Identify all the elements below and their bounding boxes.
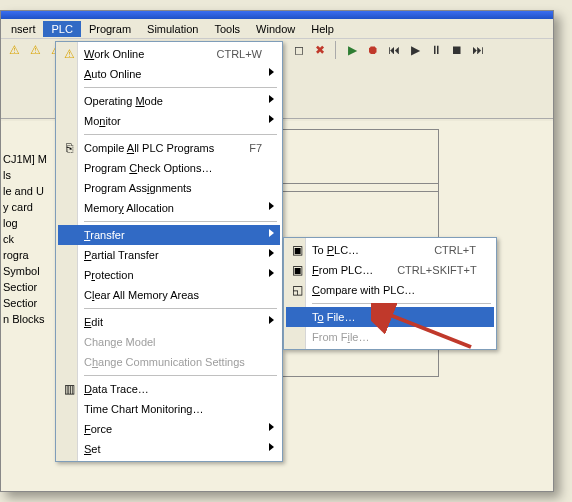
tree-fragment[interactable]: rogra: [3, 247, 47, 263]
menu-work-online-icon: ⚠: [61, 46, 77, 62]
sub-compare-plc[interactable]: ◱Compare with PLC…: [286, 280, 494, 300]
menu-force-label: Force: [84, 423, 262, 435]
menu-protection[interactable]: Protection: [58, 265, 280, 285]
submenu-arrow-icon: [269, 68, 274, 76]
menu-work-online-shortcut: CTRL+W: [216, 48, 262, 60]
sub-from-file: From File…: [286, 327, 494, 347]
menu-program-assignments[interactable]: Program Assignments: [58, 178, 280, 198]
sub-from-plc[interactable]: ▣From PLC…CTRL+SKIFT+T: [286, 260, 494, 280]
menu-work-online-label: Work Online: [84, 48, 192, 60]
sub-compare-plc-label: Compare with PLC…: [312, 284, 476, 296]
submenu-arrow-icon: [269, 95, 274, 103]
menu-compile-all-shortcut: F7: [249, 142, 262, 154]
menu-compile-all-icon: ⎘: [61, 140, 77, 156]
menu-program-check[interactable]: Program Check Options…: [58, 158, 280, 178]
sub-to-plc-shortcut: CTRL+T: [434, 244, 476, 256]
menu-data-trace[interactable]: ▥Data Trace…: [58, 379, 280, 399]
menu-partial-transfer-label: Partial Transfer: [84, 249, 262, 261]
submenu-arrow-icon: [269, 423, 274, 431]
sub-from-file-label: From File…: [312, 331, 476, 343]
pause-icon[interactable]: ⏸: [427, 41, 445, 59]
menu-separator: [84, 134, 277, 135]
menu-separator: [84, 221, 277, 222]
next-icon[interactable]: ⏭: [469, 41, 487, 59]
menu-separator: [84, 375, 277, 376]
menubar-item-nsert[interactable]: nsert: [3, 21, 43, 37]
sub-compare-plc-icon: ◱: [289, 282, 305, 298]
delete-icon[interactable]: ✖: [311, 41, 329, 59]
menu-edit-label: Edit: [84, 316, 262, 328]
stop-icon[interactable]: ⏹: [448, 41, 466, 59]
square-icon[interactable]: ◻: [290, 41, 308, 59]
tree-fragment[interactable]: Sectior: [3, 279, 47, 295]
menu-monitor-label: Monitor: [84, 115, 262, 127]
tree-fragment[interactable]: Sectior: [3, 295, 47, 311]
menu-monitor[interactable]: Monitor: [58, 111, 280, 131]
menu-change-model-label: Change Model: [84, 336, 262, 348]
sub-to-plc-label: To PLC…: [312, 244, 410, 256]
sub-to-plc-icon: ▣: [289, 242, 305, 258]
menubar-item-program[interactable]: Program: [81, 21, 139, 37]
menu-protection-label: Protection: [84, 269, 262, 281]
tree-fragment[interactable]: log: [3, 215, 47, 231]
menu-auto-online-label: Auto Online: [84, 68, 262, 80]
record-icon[interactable]: ⏺: [364, 41, 382, 59]
menu-clear-memory-label: Clear All Memory Areas: [84, 289, 262, 301]
menu-change-model: Change Model: [58, 332, 280, 352]
app-window: nsertPLCProgramSimulationToolsWindowHelp…: [0, 10, 554, 492]
play-icon[interactable]: ▶: [406, 41, 424, 59]
menu-edit[interactable]: Edit: [58, 312, 280, 332]
menu-separator: [84, 87, 277, 88]
menubar-item-simulation[interactable]: Simulation: [139, 21, 206, 37]
menu-transfer[interactable]: Transfer: [58, 225, 280, 245]
menubar-item-help[interactable]: Help: [303, 21, 342, 37]
menu-time-chart[interactable]: Time Chart Monitoring…: [58, 399, 280, 419]
submenu-arrow-icon: [269, 316, 274, 324]
menu-change-comm: Change Communication Settings: [58, 352, 280, 372]
menubar-item-tools[interactable]: Tools: [206, 21, 248, 37]
tree-fragment[interactable]: n Blocks: [3, 311, 47, 327]
menubar-item-plc[interactable]: PLC: [43, 21, 80, 37]
menu-time-chart-label: Time Chart Monitoring…: [84, 403, 262, 415]
tree-fragment[interactable]: ls: [3, 167, 47, 183]
submenu-arrow-icon: [269, 202, 274, 210]
tree-fragment[interactable]: y card: [3, 199, 47, 215]
menu-force[interactable]: Force: [58, 419, 280, 439]
project-tree: CJ1M] Mlsle and Uy cardlogckrograSymbolS…: [3, 151, 47, 327]
submenu-arrow-icon: [269, 229, 274, 237]
menu-clear-memory[interactable]: Clear All Memory Areas: [58, 285, 280, 305]
menubar-item-window[interactable]: Window: [248, 21, 303, 37]
menu-separator: [84, 308, 277, 309]
submenu-arrow-icon: [269, 249, 274, 257]
submenu-arrow-icon: [269, 115, 274, 123]
menu-auto-online[interactable]: Auto Online: [58, 64, 280, 84]
menu-data-trace-label: Data Trace…: [84, 383, 262, 395]
warn-2-icon[interactable]: ⚠: [26, 41, 44, 59]
menu-memory-alloc-label: Memory Allocation: [84, 202, 262, 214]
tree-fragment[interactable]: le and U: [3, 183, 47, 199]
sub-to-file[interactable]: To File…: [286, 307, 494, 327]
run-icon[interactable]: ▶: [343, 41, 361, 59]
menu-operating-mode[interactable]: Operating Mode: [58, 91, 280, 111]
menu-compile-all-label: Compile All PLC Programs: [84, 142, 225, 154]
sub-to-plc[interactable]: ▣To PLC…CTRL+T: [286, 240, 494, 260]
menu-change-comm-label: Change Communication Settings: [84, 356, 262, 368]
menubar: nsertPLCProgramSimulationToolsWindowHelp: [1, 19, 553, 39]
menu-compile-all[interactable]: ⎘Compile All PLC ProgramsF7: [58, 138, 280, 158]
menu-program-check-label: Program Check Options…: [84, 162, 262, 174]
menu-partial-transfer[interactable]: Partial Transfer: [58, 245, 280, 265]
tree-fragment[interactable]: ck: [3, 231, 47, 247]
submenu-arrow-icon: [269, 269, 274, 277]
menu-data-trace-icon: ▥: [61, 381, 77, 397]
tree-fragment[interactable]: CJ1M] M: [3, 151, 47, 167]
warn-1-icon[interactable]: ⚠: [5, 41, 23, 59]
tree-fragment[interactable]: Symbol: [3, 263, 47, 279]
sub-from-plc-label: From PLC…: [312, 264, 373, 276]
sub-from-plc-icon: ▣: [289, 262, 305, 278]
titlebar: [1, 11, 553, 19]
menu-transfer-label: Transfer: [84, 229, 262, 241]
menu-memory-alloc[interactable]: Memory Allocation: [58, 198, 280, 218]
prev-icon[interactable]: ⏮: [385, 41, 403, 59]
menu-work-online[interactable]: ⚠Work OnlineCTRL+W: [58, 44, 280, 64]
menu-set[interactable]: Set: [58, 439, 280, 459]
